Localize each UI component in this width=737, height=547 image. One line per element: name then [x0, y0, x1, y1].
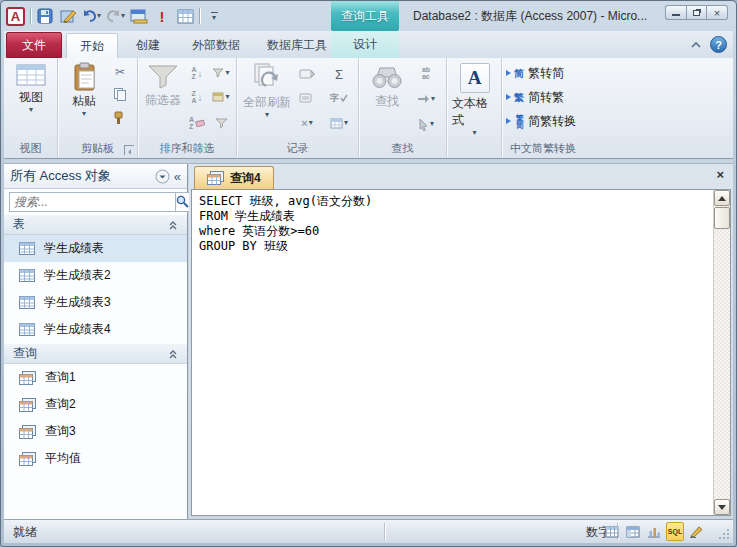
tab-file[interactable]: 文件: [6, 32, 62, 58]
nav-item-query2[interactable]: 查询2: [4, 391, 187, 418]
filter-funnel-icon: [146, 64, 180, 90]
shutter-bar-close-icon[interactable]: «: [174, 169, 181, 184]
refresh-all-button[interactable]: 全部刷新 ▾: [240, 62, 294, 118]
sql-editor[interactable]: SELECT 班级, avg(语文分数)FROM 学生成绩表where 英语分数…: [191, 189, 731, 516]
vertical-scrollbar[interactable]: [713, 190, 730, 515]
select-button[interactable]: ▾: [413, 115, 439, 133]
spelling-button[interactable]: 字: [329, 89, 349, 107]
text-format-label: 文本格式: [452, 95, 497, 129]
copy-button[interactable]: [110, 85, 130, 103]
sql-view-shortcut[interactable]: SQL: [666, 522, 684, 541]
selection-filter-button[interactable]: ▾: [211, 64, 231, 82]
nav-item-query-average[interactable]: 平均值: [4, 445, 187, 472]
totals-button[interactable]: Σ: [329, 65, 349, 83]
resize-grip[interactable]: [718, 528, 730, 540]
document-area: 查询4 × SELECT 班级, avg(语文分数)FROM 学生成绩表wher…: [189, 163, 733, 519]
save-button[interactable]: [36, 6, 54, 26]
toggle-filter-button[interactable]: [211, 114, 231, 132]
paste-button[interactable]: 粘贴 ▾: [64, 62, 104, 117]
save-record-button[interactable]: [297, 89, 317, 107]
sort-filter-group-label: 排序和筛选: [138, 141, 236, 156]
undo-button[interactable]: ▾: [82, 6, 101, 26]
status-separator: [384, 523, 385, 540]
views-group-label: 视图: [4, 141, 57, 156]
query-icon: [19, 398, 36, 412]
scroll-up-button[interactable]: [714, 190, 730, 206]
nav-pane-header[interactable]: 所有 Access 对象 «: [4, 164, 187, 189]
customize-qat-button[interactable]: ▾: [205, 6, 223, 26]
undo-dropdown[interactable]: ▾: [97, 13, 101, 19]
scroll-thumb[interactable]: [714, 207, 730, 229]
sort-ascending-button[interactable]: AZ ↓: [187, 64, 207, 82]
delete-record-button[interactable]: ×▾: [297, 114, 317, 132]
format-painter-button[interactable]: [110, 109, 130, 127]
selection-funnel-icon: [212, 68, 224, 78]
group-text-format: A 文本格式 ▾: [447, 58, 502, 157]
quick-access-toolbar: A ▾ ▾ ! ▾: [6, 4, 223, 28]
section-collapse-icon[interactable]: [168, 349, 178, 359]
copy-icon: [113, 87, 127, 102]
tab-create[interactable]: 创建: [122, 33, 174, 58]
close-button[interactable]: ×: [707, 5, 728, 20]
nav-item-table1[interactable]: 学生成绩表: [4, 235, 187, 262]
table-icon: [19, 269, 35, 282]
window-controls: ×: [665, 5, 728, 20]
filter-button[interactable]: 筛选器: [141, 64, 185, 109]
find-group-label: 查找: [359, 141, 446, 156]
view-button[interactable]: 视图 ▾: [11, 63, 51, 113]
text-format-button[interactable]: A 文本格式 ▾: [452, 63, 497, 136]
query-icon: [207, 171, 224, 185]
nav-item-query1[interactable]: 查询1: [4, 364, 187, 391]
new-record-icon: [299, 68, 315, 80]
scroll-down-button[interactable]: [714, 499, 730, 515]
pivotchart-view-shortcut[interactable]: [645, 522, 663, 541]
nav-section-tables[interactable]: 表: [4, 214, 187, 235]
nav-item-query3[interactable]: 查询3: [4, 418, 187, 445]
replace-button[interactable]: abac: [413, 64, 439, 82]
more-records-button[interactable]: ▾: [329, 114, 349, 132]
new-record-button[interactable]: [297, 65, 317, 83]
nav-item-table4[interactable]: 学生成绩表4: [4, 316, 187, 343]
search-input[interactable]: [9, 192, 175, 212]
nav-menu-dropdown-icon[interactable]: [155, 169, 170, 184]
find-button[interactable]: 查找: [365, 63, 409, 110]
search-button[interactable]: [175, 192, 190, 212]
section-collapse-icon[interactable]: [168, 220, 178, 230]
advanced-filter-button[interactable]: ▾: [211, 88, 231, 106]
design-view-shortcut[interactable]: [687, 522, 705, 541]
design-view-button[interactable]: [59, 6, 77, 26]
trad-to-simp-button[interactable]: 简 繁转简: [508, 65, 564, 82]
pivottable-view-shortcut[interactable]: [624, 522, 642, 541]
tab-home[interactable]: 开始: [66, 33, 118, 58]
minimize-ribbon-button[interactable]: [688, 37, 704, 53]
nav-pane-title: 所有 Access 对象: [10, 167, 151, 185]
design-view-icon: [60, 8, 77, 24]
tab-database-tools[interactable]: 数据库工具: [256, 33, 338, 58]
nav-section-queries[interactable]: 查询: [4, 343, 187, 364]
nav-item-table3[interactable]: 学生成绩表3: [4, 289, 187, 316]
restore-button[interactable]: [686, 5, 707, 20]
chinese-convert-button[interactable]: 繁简 简繁转换: [508, 113, 576, 130]
document-close-icon[interactable]: ×: [716, 168, 724, 182]
simp-to-trad-button[interactable]: 繁 简转繁: [508, 89, 564, 106]
datasheet-view-button[interactable]: [176, 6, 194, 26]
tab-design[interactable]: 设计: [331, 31, 399, 58]
access-app-icon[interactable]: A: [6, 7, 25, 26]
goto-button[interactable]: ▾: [413, 90, 439, 108]
redo-dropdown[interactable]: ▾: [121, 13, 125, 19]
datasheet-view-shortcut[interactable]: [603, 522, 621, 541]
remove-sort-button[interactable]: AZ: [187, 114, 207, 132]
nav-item-table2[interactable]: 学生成绩表2: [4, 262, 187, 289]
tab-external-data[interactable]: 外部数据: [178, 33, 254, 58]
group-clipboard: 粘贴 ▾ ✂ 剪贴板: [58, 58, 138, 157]
run-button[interactable]: !: [153, 6, 171, 26]
switch-windows-button[interactable]: [130, 6, 148, 26]
document-tab-query4[interactable]: 查询4: [194, 166, 274, 189]
help-button[interactable]: ?: [710, 36, 727, 53]
minimize-button[interactable]: [665, 5, 686, 20]
text-format-icon: A: [460, 63, 490, 93]
redo-button[interactable]: ▾: [106, 6, 125, 26]
clipboard-dialog-launcher[interactable]: [124, 145, 134, 155]
cut-button[interactable]: ✂: [110, 63, 130, 81]
sort-descending-button[interactable]: ZA ↓: [187, 88, 207, 106]
